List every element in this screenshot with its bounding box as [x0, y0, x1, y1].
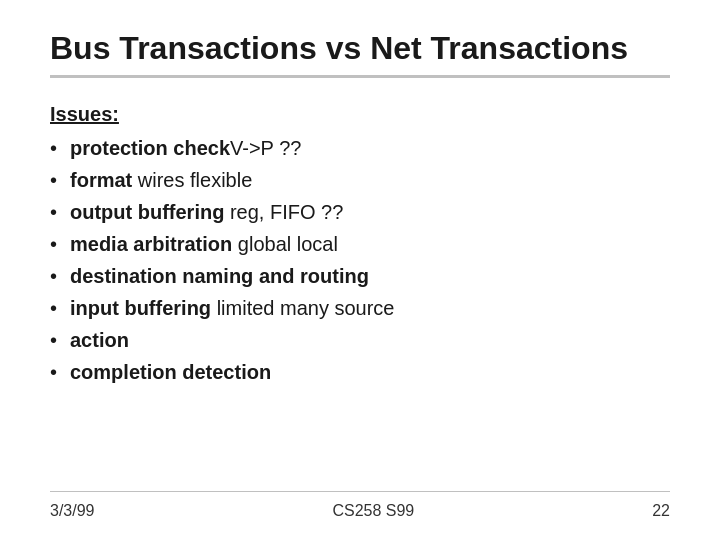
bullet-icon: •: [50, 202, 62, 222]
slide-content: Issues: •protection checkV->P ??•format …: [50, 88, 670, 491]
list-item: •protection checkV->P ??: [50, 134, 670, 162]
list-item: •completion detection: [50, 358, 670, 386]
bullet-icon: •: [50, 234, 62, 254]
slide-title: Bus Transactions vs Net Transactions: [50, 30, 670, 78]
list-item: •action: [50, 326, 670, 354]
bullet-list: •protection checkV->P ??•format wires fl…: [50, 134, 670, 386]
list-item: •input buffering limited many source: [50, 294, 670, 322]
list-item-text: action: [70, 326, 129, 354]
bullet-icon: •: [50, 170, 62, 190]
slide: Bus Transactions vs Net Transactions Iss…: [0, 0, 720, 540]
footer-page: 22: [652, 502, 670, 520]
list-item-text: input buffering limited many source: [70, 294, 394, 322]
list-item-text: media arbitration global local: [70, 230, 338, 258]
list-item-text: protection checkV->P ??: [70, 134, 301, 162]
list-item-text: destination naming and routing: [70, 262, 369, 290]
list-item-text: format wires flexible: [70, 166, 252, 194]
list-item-text: output buffering reg, FIFO ??: [70, 198, 343, 226]
list-item: •output buffering reg, FIFO ??: [50, 198, 670, 226]
bullet-icon: •: [50, 330, 62, 350]
list-item: •destination naming and routing: [50, 262, 670, 290]
bullet-icon: •: [50, 266, 62, 286]
issues-label: Issues:: [50, 103, 670, 126]
list-item: •media arbitration global local: [50, 230, 670, 258]
slide-footer: 3/3/99 CS258 S99 22: [50, 491, 670, 520]
bullet-icon: •: [50, 138, 62, 158]
footer-date: 3/3/99: [50, 502, 94, 520]
list-item-text: completion detection: [70, 358, 271, 386]
bullet-icon: •: [50, 298, 62, 318]
list-item: •format wires flexible: [50, 166, 670, 194]
bullet-icon: •: [50, 362, 62, 382]
footer-course: CS258 S99: [332, 502, 414, 520]
